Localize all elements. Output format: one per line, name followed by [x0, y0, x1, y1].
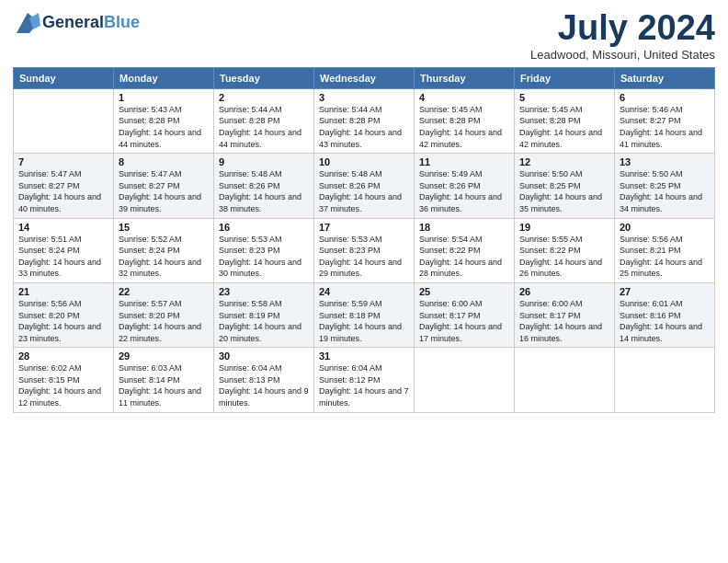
day-number: 29	[119, 350, 209, 362]
day-number: 2	[219, 92, 309, 103]
calendar-cell: 17Sunrise: 5:53 AMSunset: 8:23 PMDayligh…	[314, 218, 415, 282]
logo-blue: Blue	[104, 13, 140, 31]
day-info: Sunrise: 5:53 AMSunset: 8:23 PMDaylight:…	[319, 234, 409, 280]
calendar-cell: 5Sunrise: 5:45 AMSunset: 8:28 PMDaylight…	[515, 88, 615, 153]
day-number: 8	[119, 156, 209, 167]
title-block: July 2024 Leadwood, Missouri, United Sta…	[530, 9, 715, 62]
calendar-week-row: 1Sunrise: 5:43 AMSunset: 8:28 PMDaylight…	[14, 88, 715, 153]
calendar-cell: 2Sunrise: 5:44 AMSunset: 8:28 PMDaylight…	[214, 88, 314, 153]
day-number: 30	[219, 350, 309, 362]
day-info: Sunrise: 5:47 AMSunset: 8:27 PMDaylight:…	[119, 168, 209, 214]
day-number: 21	[18, 286, 108, 297]
day-number: 9	[219, 156, 309, 167]
calendar-cell: 4Sunrise: 5:45 AMSunset: 8:28 PMDaylight…	[415, 88, 515, 153]
calendar-cell: 9Sunrise: 5:48 AMSunset: 8:26 PMDaylight…	[214, 154, 314, 218]
day-info: Sunrise: 6:00 AMSunset: 8:17 PMDaylight:…	[419, 298, 509, 344]
calendar-cell: 19Sunrise: 5:55 AMSunset: 8:22 PMDayligh…	[515, 218, 615, 282]
calendar-cell: 27Sunrise: 6:01 AMSunset: 8:16 PMDayligh…	[615, 282, 715, 347]
day-number: 22	[119, 286, 209, 297]
calendar-cell	[415, 348, 515, 412]
th-wednesday: Wednesday	[314, 67, 415, 88]
calendar-cell: 21Sunrise: 5:56 AMSunset: 8:20 PMDayligh…	[14, 282, 114, 347]
calendar-cell: 20Sunrise: 5:56 AMSunset: 8:21 PMDayligh…	[615, 218, 715, 282]
calendar-cell: 13Sunrise: 5:50 AMSunset: 8:25 PMDayligh…	[615, 154, 715, 218]
calendar-cell: 18Sunrise: 5:54 AMSunset: 8:22 PMDayligh…	[415, 218, 515, 282]
calendar-cell: 3Sunrise: 5:44 AMSunset: 8:28 PMDaylight…	[314, 88, 415, 153]
day-number: 3	[319, 92, 409, 103]
th-monday: Monday	[114, 67, 214, 88]
logo-icon	[13, 9, 42, 35]
calendar-cell: 23Sunrise: 5:58 AMSunset: 8:19 PMDayligh…	[214, 282, 314, 347]
day-number: 25	[419, 286, 509, 297]
logo: GeneralBlue	[13, 9, 140, 35]
day-info: Sunrise: 5:50 AMSunset: 8:25 PMDaylight:…	[519, 168, 609, 214]
calendar-cell: 15Sunrise: 5:52 AMSunset: 8:24 PMDayligh…	[114, 218, 214, 282]
day-info: Sunrise: 5:51 AMSunset: 8:24 PMDaylight:…	[18, 234, 108, 280]
day-number: 1	[119, 92, 209, 103]
day-info: Sunrise: 5:56 AMSunset: 8:20 PMDaylight:…	[18, 298, 108, 344]
header: GeneralBlue July 2024 Leadwood, Missouri…	[13, 9, 715, 62]
day-info: Sunrise: 5:53 AMSunset: 8:23 PMDaylight:…	[219, 234, 309, 280]
day-number: 23	[219, 286, 309, 297]
day-info: Sunrise: 5:57 AMSunset: 8:20 PMDaylight:…	[119, 298, 209, 344]
day-info: Sunrise: 6:02 AMSunset: 8:15 PMDaylight:…	[18, 362, 108, 408]
day-info: Sunrise: 5:48 AMSunset: 8:26 PMDaylight:…	[319, 168, 409, 214]
month-title: July 2024	[530, 9, 715, 48]
calendar-cell: 26Sunrise: 6:00 AMSunset: 8:17 PMDayligh…	[515, 282, 615, 347]
day-info: Sunrise: 5:47 AMSunset: 8:27 PMDaylight:…	[18, 168, 108, 214]
day-info: Sunrise: 6:01 AMSunset: 8:16 PMDaylight:…	[620, 298, 710, 344]
day-info: Sunrise: 5:52 AMSunset: 8:24 PMDaylight:…	[119, 234, 209, 280]
calendar-cell	[515, 348, 615, 412]
weekday-header-row: Sunday Monday Tuesday Wednesday Thursday…	[14, 67, 715, 88]
day-info: Sunrise: 5:45 AMSunset: 8:28 PMDaylight:…	[519, 104, 609, 150]
calendar-cell: 14Sunrise: 5:51 AMSunset: 8:24 PMDayligh…	[14, 218, 114, 282]
calendar-cell: 24Sunrise: 5:59 AMSunset: 8:18 PMDayligh…	[314, 282, 415, 347]
calendar-cell: 7Sunrise: 5:47 AMSunset: 8:27 PMDaylight…	[14, 154, 114, 218]
calendar-cell: 16Sunrise: 5:53 AMSunset: 8:23 PMDayligh…	[214, 218, 314, 282]
day-number: 18	[419, 222, 509, 233]
th-sunday: Sunday	[14, 67, 114, 88]
calendar-cell: 8Sunrise: 5:47 AMSunset: 8:27 PMDaylight…	[114, 154, 214, 218]
day-number: 13	[620, 156, 710, 167]
day-info: Sunrise: 5:50 AMSunset: 8:25 PMDaylight:…	[620, 168, 710, 214]
day-info: Sunrise: 5:56 AMSunset: 8:21 PMDaylight:…	[620, 234, 710, 280]
day-info: Sunrise: 5:49 AMSunset: 8:26 PMDaylight:…	[419, 168, 509, 214]
calendar-cell: 11Sunrise: 5:49 AMSunset: 8:26 PMDayligh…	[415, 154, 515, 218]
day-number: 12	[519, 156, 609, 167]
location: Leadwood, Missouri, United States	[530, 48, 715, 62]
calendar-cell: 30Sunrise: 6:04 AMSunset: 8:13 PMDayligh…	[214, 348, 314, 412]
calendar-cell	[14, 88, 114, 153]
calendar: Sunday Monday Tuesday Wednesday Thursday…	[13, 67, 715, 413]
calendar-cell: 6Sunrise: 5:46 AMSunset: 8:27 PMDaylight…	[615, 88, 715, 153]
day-number: 11	[419, 156, 509, 167]
day-info: Sunrise: 5:54 AMSunset: 8:22 PMDaylight:…	[419, 234, 509, 280]
day-number: 10	[319, 156, 409, 167]
calendar-cell: 25Sunrise: 6:00 AMSunset: 8:17 PMDayligh…	[415, 282, 515, 347]
day-info: Sunrise: 5:59 AMSunset: 8:18 PMDaylight:…	[319, 298, 409, 344]
day-info: Sunrise: 5:46 AMSunset: 8:27 PMDaylight:…	[620, 104, 710, 150]
calendar-cell: 1Sunrise: 5:43 AMSunset: 8:28 PMDaylight…	[114, 88, 214, 153]
day-number: 28	[18, 350, 108, 362]
calendar-cell	[615, 348, 715, 412]
day-number: 14	[18, 222, 108, 233]
calendar-week-row: 21Sunrise: 5:56 AMSunset: 8:20 PMDayligh…	[14, 282, 715, 347]
day-info: Sunrise: 5:44 AMSunset: 8:28 PMDaylight:…	[319, 104, 409, 150]
calendar-cell: 28Sunrise: 6:02 AMSunset: 8:15 PMDayligh…	[14, 348, 114, 412]
day-info: Sunrise: 5:55 AMSunset: 8:22 PMDaylight:…	[519, 234, 609, 280]
day-info: Sunrise: 5:48 AMSunset: 8:26 PMDaylight:…	[219, 168, 309, 214]
day-number: 6	[620, 92, 710, 103]
th-friday: Friday	[515, 67, 615, 88]
th-saturday: Saturday	[615, 67, 715, 88]
calendar-week-row: 28Sunrise: 6:02 AMSunset: 8:15 PMDayligh…	[14, 348, 715, 412]
day-info: Sunrise: 6:03 AMSunset: 8:14 PMDaylight:…	[119, 362, 209, 408]
calendar-cell: 10Sunrise: 5:48 AMSunset: 8:26 PMDayligh…	[314, 154, 415, 218]
day-number: 16	[219, 222, 309, 233]
calendar-week-row: 14Sunrise: 5:51 AMSunset: 8:24 PMDayligh…	[14, 218, 715, 282]
day-number: 7	[18, 156, 108, 167]
day-info: Sunrise: 5:45 AMSunset: 8:28 PMDaylight:…	[419, 104, 509, 150]
day-number: 27	[620, 286, 710, 297]
day-number: 5	[519, 92, 609, 103]
day-info: Sunrise: 6:04 AMSunset: 8:12 PMDaylight:…	[319, 362, 409, 408]
day-number: 31	[319, 350, 409, 362]
th-tuesday: Tuesday	[214, 67, 314, 88]
